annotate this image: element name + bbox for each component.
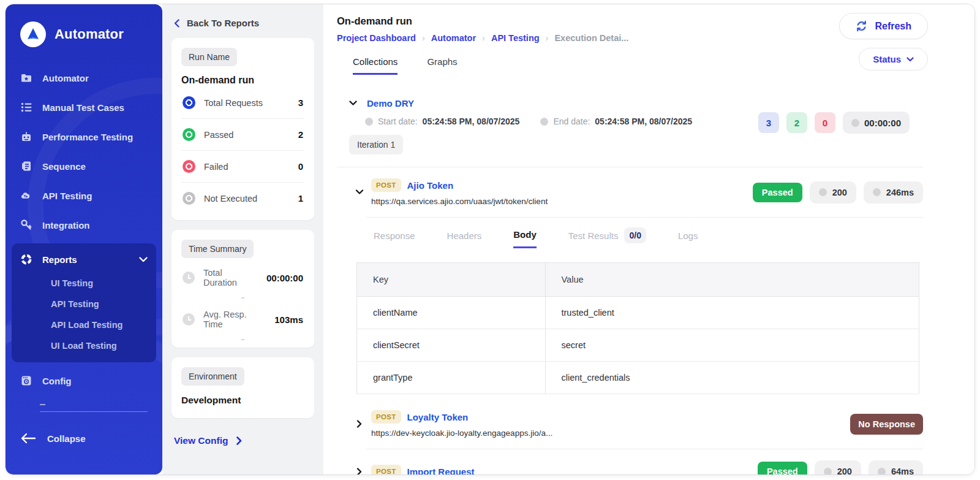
- end-date-label: End date:: [553, 116, 590, 126]
- brand-logo: Automator: [6, 4, 162, 47]
- stat-failed: Failed 0: [181, 151, 304, 183]
- brand-logo-icon: [20, 21, 46, 47]
- request-status-badges: Passed 200 64ms: [758, 460, 923, 474]
- value-cell: trusted_client: [545, 297, 919, 329]
- back-to-reports-link[interactable]: Back To Reports: [172, 18, 314, 28]
- tab-headers[interactable]: Headers: [447, 230, 482, 248]
- sidebar-item-label: Config: [42, 376, 71, 386]
- row-separator-dot: [241, 297, 244, 299]
- sidebar-item-label: Automator: [42, 73, 89, 83]
- breadcrumb-current: Execution Detai...: [554, 33, 628, 43]
- sidebar-item-performance-testing[interactable]: Performance Testing: [6, 122, 162, 151]
- status-badge: Passed: [753, 183, 802, 202]
- collection-chevron-down-icon[interactable]: [349, 101, 357, 106]
- column-header-value: Value: [545, 263, 919, 297]
- request-name-link[interactable]: Import Request: [407, 467, 475, 475]
- sidebar-item-config[interactable]: Config: [6, 366, 162, 395]
- start-date: Start date: 05:24:58 PM, 08/07/2025: [365, 116, 519, 126]
- tab-graphs[interactable]: Graphs: [427, 56, 457, 75]
- table-row: clientSecret secret: [357, 329, 919, 362]
- sidebar-item-integration[interactable]: Integration: [6, 210, 162, 240]
- value-cell: secret: [545, 329, 919, 362]
- table-header-row: Key Value: [357, 263, 919, 297]
- request-chevron-right-icon[interactable]: [353, 468, 366, 475]
- breadcrumb-project-dashboard[interactable]: Project Dashboard: [337, 33, 416, 43]
- tab-logs[interactable]: Logs: [678, 230, 698, 248]
- environment-badge: Environment: [181, 367, 244, 386]
- stat-passed: Passed 2: [181, 119, 304, 151]
- failed-count-badge: 0: [815, 112, 835, 133]
- stat-value: 2: [298, 129, 303, 140]
- sidebar-item-api-testing[interactable]: API Testing: [6, 181, 162, 210]
- tab-test-results[interactable]: Test Results 0/0: [568, 227, 646, 250]
- clock-icon: [824, 468, 832, 475]
- stat-label: Failed: [204, 162, 228, 172]
- request-status-badges: Passed 200 246ms: [753, 181, 923, 204]
- tab-body[interactable]: Body: [513, 229, 537, 248]
- status-code-badge: 200: [810, 181, 856, 204]
- cloud-api-icon: [20, 189, 32, 202]
- clock-icon: [183, 272, 195, 284]
- request-divider: [366, 449, 923, 449]
- sidebar-item-label: Performance Testing: [42, 132, 133, 142]
- sidebar-item-label: Reports: [42, 254, 77, 265]
- chevron-left-icon: [174, 19, 179, 28]
- sidebar-item-manual-test-cases[interactable]: Manual Test Cases: [6, 93, 162, 122]
- clock-icon: [878, 468, 886, 475]
- request-chevron-down-icon[interactable]: [353, 189, 366, 195]
- sidebar-item-automator[interactable]: Automator: [6, 63, 162, 93]
- passed-icon: [183, 128, 195, 141]
- request-detail-tabs: Response Headers Body Test Results 0/0 L…: [374, 227, 923, 250]
- sidebar-item-reports[interactable]: Reports: [12, 246, 156, 273]
- refresh-icon: [856, 20, 867, 32]
- collection-name-link[interactable]: Demo DRY: [367, 98, 414, 109]
- sidebar-item-sequence[interactable]: Sequence: [6, 151, 162, 181]
- duration-value: 00:00:00: [864, 118, 901, 128]
- request-name-link[interactable]: Ajio Token: [407, 180, 454, 191]
- iteration-badge: Iteration 1: [349, 135, 403, 154]
- collapse-button[interactable]: Collapse: [6, 412, 162, 444]
- sidebar-item-label: Integration: [42, 220, 90, 230]
- environment-value: Development: [181, 395, 304, 406]
- clock-icon: [851, 119, 859, 127]
- sidebar-subitem-api-load-testing[interactable]: API Load Testing: [12, 314, 156, 335]
- sidebar-scroll-hint: [40, 404, 45, 405]
- run-name-badge: Run Name: [181, 48, 237, 66]
- sidebar-subitem-api-testing[interactable]: API Testing: [12, 294, 156, 314]
- table-row: grantType client_credentials: [357, 362, 919, 394]
- tab-collections[interactable]: Collections: [353, 56, 398, 75]
- refresh-button[interactable]: Refresh: [839, 13, 928, 39]
- start-date-label: Start date:: [378, 116, 418, 126]
- breadcrumb-api-testing[interactable]: API Testing: [491, 33, 540, 43]
- status-dropdown[interactable]: Status: [859, 48, 928, 70]
- response-time-value: 246ms: [886, 188, 914, 197]
- request-url: https://dev-keycloak.jio-loyalty.engagea…: [371, 429, 552, 438]
- request-name-link[interactable]: Loyalty Token: [407, 412, 469, 422]
- run-name-card: Run Name On-demand run Total Requests 3 …: [172, 38, 314, 220]
- tab-response[interactable]: Response: [374, 230, 415, 248]
- time-summary-card: Time Summary Total Duration 00:00:00 Avg…: [172, 230, 314, 348]
- sidebar: Automator Automator Manual Test Cases Pe…: [6, 4, 162, 474]
- value-cell: client_credentials: [545, 362, 919, 394]
- view-config-label: View Config: [174, 435, 228, 446]
- stat-label: Total Requests: [204, 98, 263, 108]
- request-row-import-request: POST Import Request Passed 200 64ms: [337, 460, 923, 474]
- status-label: Status: [873, 54, 901, 64]
- view-config-link[interactable]: View Config: [174, 435, 314, 446]
- sidebar-item-label: Manual Test Cases: [42, 102, 124, 113]
- breadcrumb-automator[interactable]: Automator: [431, 33, 476, 43]
- sidebar-subitem-ui-testing[interactable]: UI Testing: [12, 273, 156, 294]
- collapse-label: Collapse: [47, 433, 86, 444]
- start-date-value: 05:24:58 PM, 08/07/2025: [423, 116, 520, 126]
- not-executed-icon: [183, 192, 195, 205]
- breadcrumb: Project Dashboard › Automator › API Test…: [337, 33, 923, 43]
- time-value: 00:00:00: [266, 273, 303, 283]
- chevron-down-icon: [907, 57, 914, 62]
- request-chevron-right-icon[interactable]: [353, 420, 366, 428]
- table-row: clientName trusted_client: [357, 297, 919, 329]
- stat-value: 3: [298, 97, 303, 108]
- sidebar-subitem-ui-load-testing[interactable]: UI Load Testing: [12, 335, 156, 356]
- section-divider: [337, 167, 923, 167]
- sidebar-item-label: Sequence: [42, 161, 86, 172]
- collection-count-badges: 3 2 0 00:00:00: [758, 112, 910, 134]
